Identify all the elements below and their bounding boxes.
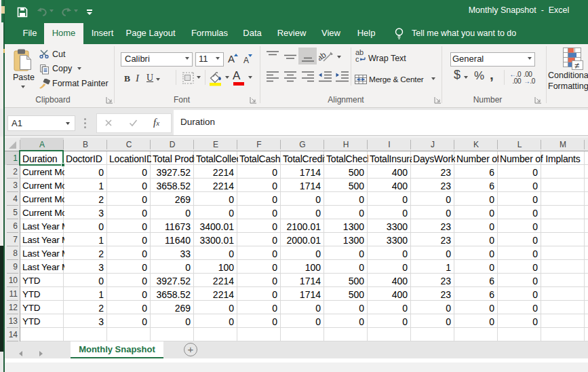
svg-text:c: c [355,55,359,62]
svg-text:ab: ab [319,50,328,62]
svg-text:≠: ≠ [574,60,579,70]
